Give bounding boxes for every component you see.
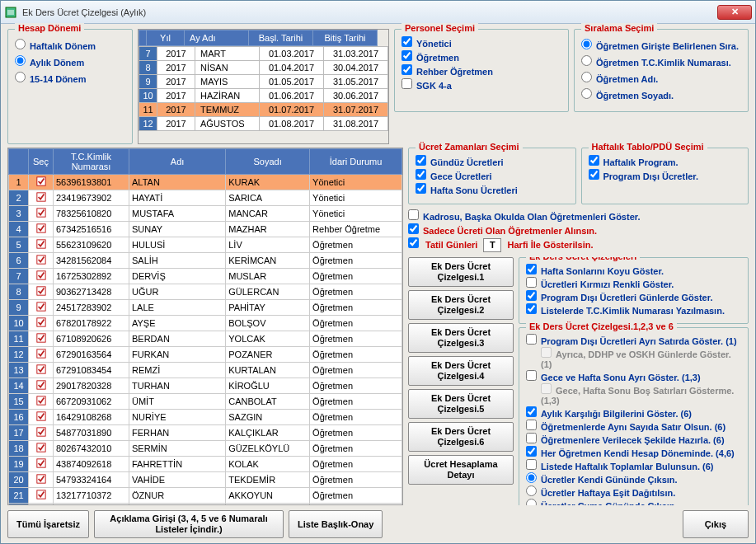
teacher-row[interactable]: 1 56396193801 ALTAN KURAK Yönetici [9,175,402,190]
chk-sgk[interactable]: SGK 4-a [401,78,561,91]
chk-sadece-ucreti-olan[interactable]: Sadece Ücreti Olan Öğretmenler Alınsın. [408,223,749,236]
teacher-row[interactable]: 5 55623109620 HULUSİ LİV Öğretmen [9,237,402,253]
teacher-row[interactable]: 20 54793324164 VAHİDE TEKDEMİR Öğretmen [9,472,402,488]
chk-ucret-kirmizi[interactable]: Ücretleri Kırmızı Renkli Göster. [526,277,741,289]
btn-cizelge-3[interactable]: Ek Ders Ücret Çizelgesi.3 [408,323,514,353]
teacher-row[interactable]: 6 34281562084 SALİH KERİMCAN Öğretmen [9,253,402,269]
teacher-row[interactable]: 21 13217710372 ÖZNUR AKKOYUN Öğretmen [9,488,402,504]
chk-ogretmen[interactable]: Öğretmen [401,50,561,63]
chk-gece[interactable]: Gece Ücretleri [416,169,569,181]
teacher-select-icon[interactable] [29,410,54,425]
btn-cizelge-1[interactable]: Ek Ders Ücret Çizelgesi.1 [408,257,514,287]
teacher-row[interactable]: 14 29017820328 TURHAN KİROĞLU Öğretmen [9,378,402,394]
radio-aylik[interactable]: Aylık Dönem [15,55,125,68]
teacher-row[interactable]: 16 16429108268 NURİYE SAZGIN Öğretmen [9,410,402,425]
radio-sira-tc[interactable]: Öğretmen T.C.Kimlik Numarası. [581,55,741,68]
months-col-bas[interactable]: Başl. Tarihi [249,30,313,46]
chk-kadro-baska-okul[interactable]: Kadrosu, Başka Okulda Olan Öğretmenleri … [408,209,749,222]
btn-tumu-isaretsiz[interactable]: Tümü İşaretsiz [7,510,89,538]
teacher-row[interactable]: 19 43874092618 FAHRETTİN KOLAK Öğretmen [9,457,402,472]
radio-cuma[interactable]: Ücretler Cuma Gününde Çıksın. [526,499,741,506]
months-col-idx[interactable] [139,30,147,46]
teachers-col-idari[interactable]: İdari Durumu [310,149,402,175]
months-scroll[interactable]: 7 2017 MART 01.03.2017 31.03.20178 2017 … [139,46,388,143]
chk-aylik-karsilik[interactable]: Aylık Karşılığı Bilgilerini Göster. (6) [526,406,741,419]
teacher-row[interactable]: 10 67820178922 AYŞE BOLŞOV Öğretmen [9,316,402,331]
btn-cikis[interactable]: Çıkış [683,510,749,538]
radio-kendi-gun[interactable]: Ücretler Kendi Gününde Çıksın. [526,472,741,485]
btn-cizelge-6[interactable]: Ek Ders Ücret Çizelgesi.6 [408,422,514,452]
teachers-col-idx[interactable] [9,149,29,175]
teacher-row[interactable]: 3 78325610820 MUSTAFA MANCAR Yönetici [9,206,402,222]
teacher-select-icon[interactable] [29,300,54,316]
teacher-row[interactable]: 13 67291083454 REMZİ KURTALAN Öğretmen [9,363,402,378]
chk-pdu-gunlerde[interactable]: Program Dışı Ücretleri Günlerde Göster. [526,290,741,302]
teacher-select-icon[interactable] [29,190,54,206]
month-row[interactable]: 8 2017 NİSAN 01.04.2017 30.04.2017 [139,61,388,75]
chk-haftalik-toplam[interactable]: Listede Haftalık Toplamlar Bulunsun. (6) [526,459,741,471]
teacher-select-icon[interactable] [29,253,54,269]
radio-haftaya-esit[interactable]: Ücretler Haftaya Eşit Dağıtılsın. [526,485,741,498]
months-col-yil[interactable]: Yıl [147,30,185,46]
month-row[interactable]: 11 2017 TEMMUZ 01.07.2017 31.07.2017 [139,103,388,117]
chk-tc-yazilmasin[interactable]: Listelerde T.C.Kimlik Numarası Yazılması… [526,303,741,316]
month-row[interactable]: 9 2017 MAYIS 01.05.2017 31.05.2017 [139,75,388,89]
btn-cizelge-5[interactable]: Ek Ders Ücret Çizelgesi.5 [408,389,514,419]
chk-haftalik-program[interactable]: Haftalık Program. [589,155,742,167]
month-row[interactable]: 7 2017 MART 01.03.2017 31.03.2017 [139,47,388,61]
teacher-row[interactable]: 15 66720931062 ÜMİT CANBOLAT Öğretmen [9,394,402,410]
teachers-col-soyadi[interactable]: Soyadı [226,149,310,175]
chk-haftasonu[interactable]: Hafta Sonu Ücretleri [416,183,569,195]
teacher-select-icon[interactable] [29,488,54,504]
btn-aciklama-girisi[interactable]: Açıklama Girişi (3, 4, 5 ve 6 Numaralı L… [94,510,284,538]
chk-haftasonu-koyu[interactable]: Hafta Sonlarını Koyu Göster. [526,264,741,276]
months-col-bit[interactable]: Bitiş Tarihi [313,30,378,46]
radio-sira-adi[interactable]: Öğretmen Adı. [581,72,741,84]
chk-gunduz[interactable]: Gündüz Ücretleri [416,155,569,167]
teacher-select-icon[interactable] [29,472,54,488]
teachers-col-adi[interactable]: Adı [129,149,226,175]
teacher-row[interactable]: 2 23419673902 HAYATİ SARICA Yönetici [9,190,402,206]
teacher-select-icon[interactable] [29,175,54,190]
teacher-row[interactable]: 7 16725302892 DERVİŞ MUSLAR Öğretmen [9,269,402,284]
teacher-select-icon[interactable] [29,331,54,347]
teacher-row[interactable]: 17 54877031890 FERHAN KALÇIKLAR Öğretmen [9,425,402,441]
month-row[interactable]: 12 2017 AĞUSTOS 01.08.2017 31.08.2017 [139,117,388,131]
radio-haftalik[interactable]: Haftalık Dönem [15,39,125,51]
teacher-select-icon[interactable] [29,378,54,394]
teacher-row[interactable]: 9 24517283902 LALE PAHİTAY Öğretmen [9,300,402,316]
btn-cizelge-2[interactable]: Ek Ders Ücret Çizelgesi.2 [408,290,514,320]
chk-yonetici[interactable]: Yönetici [401,36,561,49]
teachers-col-tc[interactable]: T.C.Kimlik Numarası [54,149,129,175]
teacher-select-icon[interactable] [29,316,54,331]
teacher-select-icon[interactable] [29,237,54,253]
close-button[interactable]: ✕ [717,5,752,20]
teacher-row[interactable]: 8 90362713428 UĞUR GÜLERCAN Öğretmen [9,284,402,300]
btn-liste-baslik-onay[interactable]: Liste Başlık-Onay [289,510,383,538]
months-table[interactable]: Yıl Ay Adı Başl. Tarihi Bitiş Tarihi 7 2… [138,29,389,144]
btn-hesaplama-detay[interactable]: Ücret Hesaplama Detayı [408,455,514,485]
chk-pdu[interactable]: Program Dışı Ücretler. [589,169,742,181]
chk-rehber[interactable]: Rehber Öğretmen [401,64,561,77]
radio-sira-soyadi[interactable]: Öğretmen Soyadı. [581,88,741,101]
teacher-select-icon[interactable] [29,363,54,378]
chk-tatil-gunleri[interactable]: Tatil Günleri Harfi İle Gösterilsin. [408,237,749,252]
teacher-select-icon[interactable] [29,284,54,300]
teacher-select-icon[interactable] [29,425,54,441]
teacher-row[interactable]: 11 67108920626 BERDAN YOLCAK Öğretmen [9,331,402,347]
teachers-table[interactable]: Seç T.C.Kimlik Numarası Adı Soyadı İdari… [8,148,402,505]
chk-ayni-sayida-satir[interactable]: Öğretmenlerde Aynı Sayıda Satır Olsun. (… [526,420,741,432]
teacher-select-icon[interactable] [29,347,54,363]
teachers-scroll[interactable]: Seç T.C.Kimlik Numarası Adı Soyadı İdari… [7,148,403,505]
chk-kendi-hesap-donemi[interactable]: Her Öğretmen Kendi Hesap Döneminde. (4,6… [526,446,741,458]
radio-sira-giris[interactable]: Öğretmen Girişte Belirlenen Sıra. [581,39,741,51]
teacher-row[interactable]: 12 67290163564 FURKAN POZANER Öğretmen [9,347,402,363]
titlebar[interactable]: Ek Ders Ücret Çizelgesi (Aylık) ✕ [1,1,755,24]
btn-cizelge-4[interactable]: Ek Ders Ücret Çizelgesi.4 [408,356,514,386]
chk-verilecek-sekilde[interactable]: Öğretmenlere Verilecek Şekilde Hazırla. … [526,433,741,445]
teacher-select-icon[interactable] [29,394,54,410]
months-col-ay[interactable]: Ay Adı [185,30,249,46]
teachers-col-sec[interactable]: Seç [29,149,54,175]
month-row[interactable]: 10 2017 HAZİRAN 01.06.2017 30.06.2017 [139,89,388,103]
chk-pdu-ayri-satir[interactable]: Program Dışı Ücretleri Ayrı Satırda Göst… [526,334,741,346]
